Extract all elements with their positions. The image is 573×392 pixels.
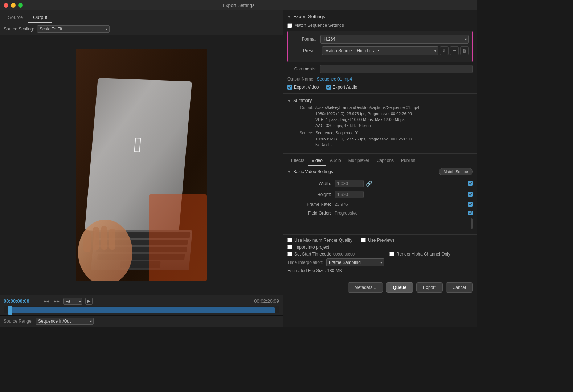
preview-area: 	[0, 35, 283, 295]
file-size-row: Estimated File Size: 180 MB	[287, 268, 473, 273]
width-input[interactable]	[335, 180, 364, 187]
queue-button[interactable]: Queue	[386, 282, 413, 293]
start-timecode-input[interactable]	[333, 252, 384, 256]
height-input[interactable]	[335, 191, 364, 198]
tab-source[interactable]: Source	[3, 12, 28, 23]
comments-label: Comments:	[287, 66, 316, 72]
tab-audio[interactable]: Audio	[326, 156, 345, 166]
frame-rate-value: 23.976	[335, 202, 468, 207]
bvs-collapse-icon[interactable]: ▼	[287, 170, 291, 173]
summary-source-label: Source:	[293, 130, 313, 148]
link-dimensions-icon: 🔗	[366, 181, 372, 187]
maximize-btn[interactable]	[18, 3, 23, 8]
use-previews-checkbox[interactable]	[361, 238, 366, 242]
frame-rate-checkbox[interactable]	[468, 202, 473, 207]
close-btn[interactable]	[4, 3, 8, 8]
export-settings-box: Format: H.264 H.265 (HEVC) QuickTime MPE…	[287, 31, 473, 62]
tab-multiplexer[interactable]: Multiplexer	[345, 156, 373, 166]
manage-preset-btn[interactable]: ☰	[450, 46, 459, 55]
left-panel: Source Output Source Scaling: Scale To F…	[0, 10, 283, 327]
height-row: Height: 🔗	[287, 189, 473, 200]
use-max-render-quality-checkbox[interactable]	[287, 238, 292, 242]
svg-rect-12	[93, 227, 99, 250]
time-interpolation-select[interactable]: Frame Sampling Frame Blending Optical Fl…	[326, 258, 384, 266]
export-button[interactable]: Export	[416, 282, 443, 293]
tab-captions[interactable]: Captions	[373, 156, 397, 166]
svg-rect-15	[149, 194, 207, 281]
cancel-button[interactable]: Cancel	[446, 282, 473, 293]
start-timecode-row: Set Start Timecode Render Alpha Channel …	[287, 252, 473, 257]
video-placeholder: 	[76, 49, 207, 281]
estimated-file-size-label: Estimated File Size:	[287, 268, 326, 273]
source-range-select-wrap: Sequence In/Out Work Area Entire Sequenc…	[36, 318, 94, 325]
tab-publish[interactable]: Publish	[397, 156, 419, 166]
export-frame-btn[interactable]: ▶	[85, 298, 93, 305]
source-range-select[interactable]: Sequence In/Out Work Area Entire Sequenc…	[36, 318, 94, 325]
export-settings-label: Export Settings	[293, 14, 325, 19]
minimize-btn[interactable]	[11, 3, 16, 8]
main-layout: Source Output Source Scaling: Scale To F…	[0, 10, 477, 327]
play-back-btn[interactable]: ▶◀	[43, 298, 50, 304]
time-end-display: 00:02:26:09	[254, 298, 279, 304]
set-start-timecode-label[interactable]: Set Start Timecode	[287, 252, 331, 257]
window-controls	[4, 3, 23, 8]
use-max-render-quality-label[interactable]: Use Maximum Render Quality	[287, 238, 352, 243]
titlebar: Export Settings	[0, 0, 477, 10]
format-row: Format: H.264 H.265 (HEVC) QuickTime MPE…	[291, 35, 469, 44]
source-scaling-select[interactable]: Scale To Fit Scale To Fill Stretch To Fi…	[37, 25, 110, 33]
export-video-label[interactable]: Export Video	[287, 85, 319, 90]
scrollbar-thumb[interactable]	[471, 218, 473, 229]
format-select[interactable]: H.264 H.265 (HEVC) QuickTime MPEG-4	[320, 35, 469, 44]
window-title: Export Settings	[222, 3, 254, 8]
save-preset-btn[interactable]: ⇓	[440, 46, 449, 55]
summary-collapse-icon[interactable]: ▼	[287, 99, 291, 103]
import-into-project-checkbox[interactable]	[287, 245, 292, 249]
width-row: Width: 🔗	[287, 178, 473, 189]
field-order-value: Progressive	[335, 211, 468, 216]
format-label: Format:	[291, 37, 317, 42]
tab-output[interactable]: Output	[28, 12, 52, 23]
divider-1	[283, 93, 477, 94]
render-quality-row: Use Maximum Render Quality Use Previews	[287, 238, 473, 243]
tab-video[interactable]: Video	[308, 156, 326, 166]
summary-section: ▼ Summary Output: /Users/kelseybrannan/D…	[283, 96, 477, 151]
delete-preset-btn[interactable]: 🗑	[460, 46, 469, 55]
tab-effects[interactable]: Effects	[287, 156, 308, 166]
source-scaling-label: Source Scaling:	[4, 26, 34, 32]
time-interpolation-label: Time Interpolation:	[287, 260, 323, 265]
summary-output-value: /Users/kelseybrannan/Desktop/captions/Se…	[315, 105, 419, 128]
height-checkbox[interactable]	[468, 192, 473, 197]
use-previews-label[interactable]: Use Previews	[361, 238, 394, 243]
timeline-area[interactable]	[4, 306, 279, 313]
collapse-arrow-icon[interactable]: ▼	[287, 15, 291, 19]
match-source-button[interactable]: Match Source	[439, 168, 473, 175]
comments-input[interactable]	[320, 65, 473, 73]
render-alpha-label[interactable]: Render Alpha Channel Only	[389, 252, 450, 257]
height-label: Height:	[287, 192, 331, 197]
set-start-timecode-checkbox[interactable]	[287, 252, 292, 256]
play-forward-btn[interactable]: ▶▶	[53, 298, 60, 304]
export-settings-header: ▼ Export Settings	[283, 10, 477, 21]
match-sequence-label: Match Sequence Settings	[294, 23, 344, 28]
field-order-checkbox[interactable]	[468, 211, 473, 215]
match-sequence-checkbox[interactable]	[287, 23, 292, 28]
summary-output-row: Output: /Users/kelseybrannan/Desktop/cap…	[293, 105, 473, 128]
timeline-handle[interactable]	[8, 306, 12, 315]
timeline-track[interactable]	[8, 307, 275, 313]
render-alpha-checkbox[interactable]	[389, 252, 394, 256]
fit-select[interactable]: Fit 25% 50% 75% 100%	[63, 298, 82, 305]
metadata-button[interactable]: Metadata...	[348, 282, 383, 293]
match-sequence-row: Match Sequence Settings	[283, 21, 477, 29]
svg-rect-11	[83, 230, 91, 252]
width-checkbox[interactable]	[468, 181, 473, 186]
export-audio-label[interactable]: Export Audio	[326, 85, 357, 90]
export-video-checkbox[interactable]	[287, 85, 292, 90]
output-name-link[interactable]: Sequence 01.mp4	[317, 77, 352, 82]
bvs-title: ▼ Basic Video Settings	[287, 169, 333, 174]
basic-video-settings-label: Basic Video Settings	[293, 169, 333, 174]
bottom-options: Use Maximum Render Quality Use Previews …	[283, 234, 477, 279]
preset-select[interactable]: Match Source – High bitrate Match Source…	[322, 46, 438, 55]
import-into-project-label[interactable]: Import into project	[287, 245, 329, 250]
export-audio-checkbox[interactable]	[326, 85, 331, 90]
scroll-indicator	[283, 217, 477, 230]
